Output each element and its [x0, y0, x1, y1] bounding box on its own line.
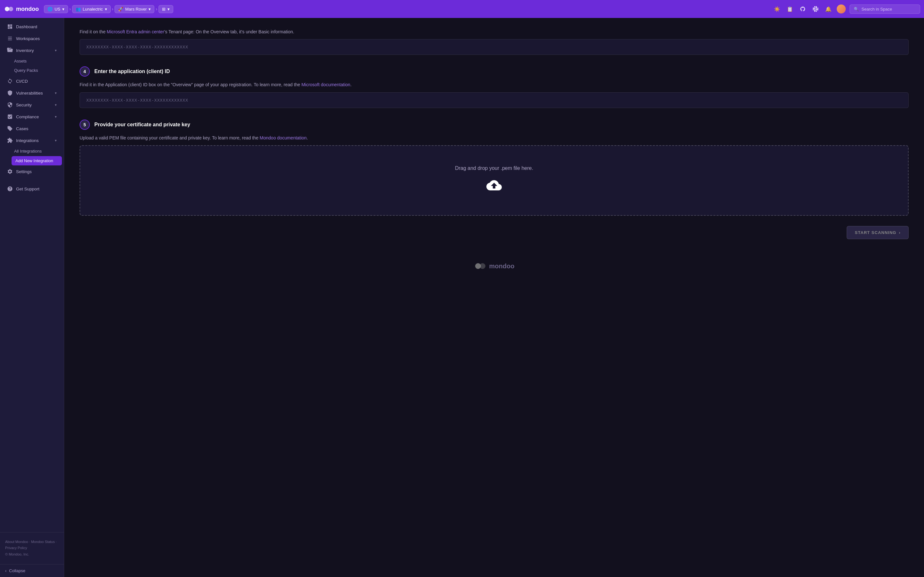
step3-info-text: Find it on the Microsoft Entra admin cen…	[79, 28, 909, 35]
step4-text-suffix: .	[351, 82, 352, 87]
breadcrumb: 🌐 US ▾ › 👥 Lunalectric ▾ › 🚀 Mars Rover …	[44, 5, 770, 13]
search-box[interactable]: 🔍 Search in Space	[850, 5, 920, 14]
sidebar-item-query-packs[interactable]: Query Packs	[14, 66, 64, 75]
svg-point-1	[9, 7, 13, 11]
globe-icon: 🌐	[47, 7, 53, 11]
chevron-down-icon-2: ▾	[105, 7, 107, 11]
grid-icon: ⊞	[162, 7, 166, 11]
github-icon[interactable]	[798, 5, 807, 13]
entra-link[interactable]: Microsoft Entra admin center	[107, 29, 164, 34]
copyright: © Mondoo, Inc.	[5, 552, 29, 556]
sidebar-sub-integrations: All Integrations Add New Integration	[0, 147, 64, 165]
sidebar-item-inventory[interactable]: Inventory ▾	[2, 45, 62, 56]
sidebar-footer: About Mondoo · Mondoo Status · Privacy P…	[0, 532, 64, 564]
step5-text-suffix: .	[307, 135, 308, 140]
space-selector[interactable]: 🚀 Mars Rover ▾	[115, 5, 154, 13]
breadcrumb-sep-3: ›	[156, 6, 157, 11]
sidebar-item-cases[interactable]: Cases	[2, 123, 62, 134]
step5-number: 5	[79, 119, 90, 130]
privacy-link[interactable]: Privacy Policy	[5, 546, 27, 550]
view-selector[interactable]: ⊞ ▾	[158, 5, 173, 13]
step5-info-text: Upload a valid PEM file containing your …	[79, 134, 909, 141]
step3-text-suffix: 's Tenant page: On the Overview tab, it'…	[164, 29, 294, 34]
start-scanning-button[interactable]: START SCANNING ›	[846, 226, 909, 239]
nav-right: ☀️ 📋 🔔 🔍 Search in Space	[772, 5, 920, 14]
sidebar-item-settings[interactable]: Settings	[2, 166, 62, 177]
breadcrumb-sep-2: ›	[112, 6, 113, 11]
compliance-chevron: ▾	[55, 115, 57, 119]
mondoo-docs-link[interactable]: Mondoo documentation	[260, 135, 306, 140]
sidebar-item-dashboard[interactable]: Dashboard	[2, 21, 62, 32]
search-placeholder: Search in Space	[861, 7, 892, 11]
svg-point-3	[480, 263, 485, 269]
chevron-left-icon: ‹	[5, 568, 6, 573]
sidebar-nav: Dashboard Workspaces Inventory ▾ Assets …	[0, 18, 64, 532]
topnav: mondoo 🌐 US ▾ › 👥 Lunalectric ▾ › 🚀 Mars…	[0, 0, 924, 18]
dropzone-text: Drag and drop your .pem file here.	[455, 165, 533, 171]
integrations-chevron: ▾	[55, 139, 57, 143]
ms-docs-link[interactable]: Microsoft documentation	[301, 82, 351, 87]
sidebar-item-cicd[interactable]: CI/CD	[2, 75, 62, 87]
step3-input[interactable]: XXXXXXXX-XXXX-XXXX-XXXX-XXXXXXXXXXXX	[79, 39, 909, 55]
vuln-chevron: ▾	[55, 91, 57, 95]
sidebar-item-workspaces[interactable]: Workspaces	[2, 33, 62, 44]
sidebar-item-all-integrations[interactable]: All Integrations	[14, 147, 64, 156]
step4-input[interactable]: XXXXXXXX-XXXX-XXXX-XXXX-XXXXXXXXXXXX	[79, 92, 909, 108]
step4-number: 4	[79, 66, 90, 77]
about-link[interactable]: About Mondoo	[5, 540, 28, 544]
step5-text-prefix: Upload a valid PEM file containing your …	[79, 135, 260, 140]
avatar[interactable]	[837, 5, 846, 13]
sidebar-item-add-integration[interactable]: Add New Integration	[11, 156, 62, 165]
sidebar-item-support[interactable]: Get Support	[2, 183, 62, 195]
step4-info-text: Find it in the Application (client) ID b…	[79, 81, 909, 88]
security-chevron: ▾	[55, 103, 57, 107]
inventory-chevron: ▾	[55, 48, 57, 53]
chevron-down-icon-3: ▾	[149, 7, 151, 11]
breadcrumb-sep-1: ›	[69, 6, 71, 11]
sidebar-item-security[interactable]: Security ▾	[2, 99, 62, 111]
org-selector[interactable]: 👥 Lunalectric ▾	[72, 5, 111, 13]
sidebar-item-vulnerabilities[interactable]: Vulnerabilities ▾	[2, 87, 62, 99]
step5-title: Provide your certificate and private key	[94, 122, 190, 127]
space-icon: 🚀	[118, 7, 123, 11]
step3-text-prefix: Find it on the	[79, 29, 107, 34]
step4-text-prefix: Find it in the Application (client) ID b…	[79, 82, 301, 87]
footer-logo-text: mondoo	[474, 262, 515, 270]
main-layout: Dashboard Workspaces Inventory ▾ Assets …	[0, 18, 924, 577]
main-content: Find it on the Microsoft Entra admin cen…	[64, 18, 924, 577]
arrow-right-icon: ›	[899, 230, 901, 235]
sidebar-item-integrations[interactable]: Integrations ▾	[2, 135, 62, 146]
logo[interactable]: mondoo	[4, 4, 39, 14]
sidebar-sub-inventory: Assets Query Packs	[0, 56, 64, 75]
sidebar: Dashboard Workspaces Inventory ▾ Assets …	[0, 18, 64, 577]
step4-title: Enter the application (client) ID	[94, 69, 170, 74]
collapse-button[interactable]: ‹ Collapse	[0, 564, 64, 577]
upload-icon	[486, 177, 502, 196]
step4-header: 4 Enter the application (client) ID	[79, 66, 909, 77]
bell-icon[interactable]: 🔔	[824, 5, 833, 13]
region-selector[interactable]: 🌐 US ▾	[44, 5, 68, 13]
svg-point-0	[5, 7, 9, 11]
chevron-down-icon-4: ▾	[168, 7, 170, 11]
step5-header: 5 Provide your certificate and private k…	[79, 119, 909, 130]
sidebar-item-assets[interactable]: Assets	[14, 56, 64, 66]
sun-icon[interactable]: ☀️	[772, 5, 782, 13]
footer-links: About Mondoo · Mondoo Status · Privacy P…	[0, 536, 64, 560]
status-link[interactable]: Mondoo Status	[31, 540, 55, 544]
slack-icon[interactable]	[811, 5, 820, 13]
actions-row: START SCANNING ›	[79, 226, 909, 239]
docs-icon[interactable]: 📋	[785, 5, 795, 13]
org-icon: 👥	[76, 7, 81, 11]
chevron-down-icon: ▾	[62, 7, 65, 11]
sidebar-item-compliance[interactable]: Compliance ▾	[2, 111, 62, 122]
footer-logo: mondoo	[79, 255, 909, 277]
search-icon: 🔍	[854, 7, 859, 11]
pem-dropzone[interactable]: Drag and drop your .pem file here.	[79, 145, 909, 216]
logo-text: mondoo	[16, 6, 39, 13]
